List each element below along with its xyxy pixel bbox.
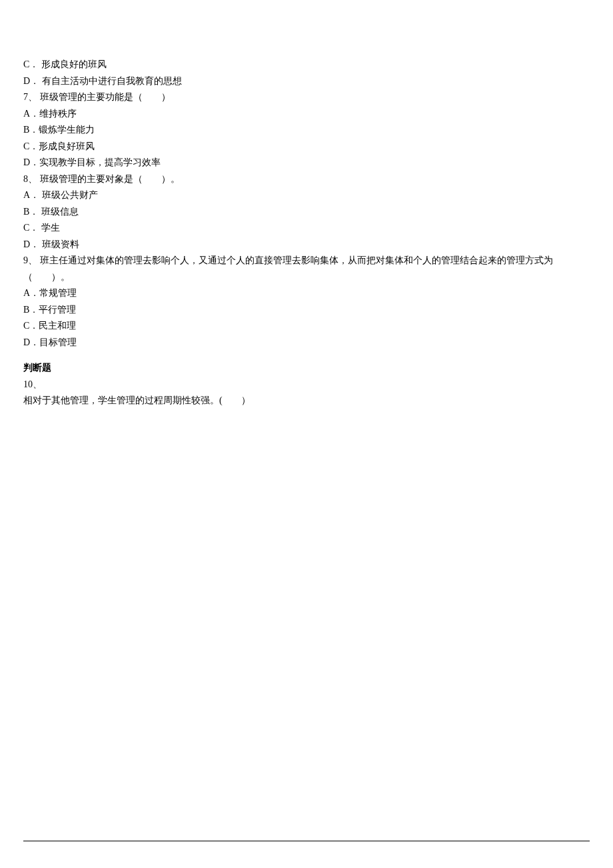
- q10-number: 10、: [23, 377, 590, 393]
- q7-option-c: C．形成良好班风: [23, 139, 590, 155]
- q7-option-d: D．实现教学目标，提高学习效率: [23, 155, 590, 171]
- q6-option-c: C． 形成良好的班风: [23, 57, 590, 73]
- q8-option-a: A． 班级公共财产: [23, 187, 590, 204]
- q8-option-c: C． 学生: [23, 220, 590, 237]
- q8-stem: 8、 班级管理的主要对象是（ ）。: [23, 171, 590, 188]
- q7-option-b: B．锻炼学生能力: [23, 122, 590, 139]
- q9-option-b: B．平行管理: [23, 302, 590, 319]
- judge-section-title: 判断题: [23, 360, 590, 377]
- q8-option-d: D． 班级资料: [23, 237, 590, 253]
- document-content: C． 形成良好的班风 D． 有自主活动中进行自我教育的思想 7、 班级管理的主要…: [23, 57, 590, 409]
- q9-option-a: A．常规管理: [23, 285, 590, 302]
- q7-stem: 7、 班级管理的主要功能是（ ）: [23, 89, 590, 106]
- q10-stem: 相对于其他管理，学生管理的过程周期性较强。( ）: [23, 393, 590, 409]
- q9-option-d: D．目标管理: [23, 335, 590, 351]
- q8-option-b: B． 班级信息: [23, 204, 590, 221]
- q7-option-a: A．维持秩序: [23, 106, 590, 123]
- footer-divider: [23, 841, 590, 841]
- q6-option-d: D． 有自主活动中进行自我教育的思想: [23, 73, 590, 90]
- q9-stem: 9、 班主任通过对集体的管理去影响个人，又通过个人的直接管理去影响集体，从而把对…: [23, 253, 590, 285]
- q9-option-c: C．民主和理: [23, 318, 590, 335]
